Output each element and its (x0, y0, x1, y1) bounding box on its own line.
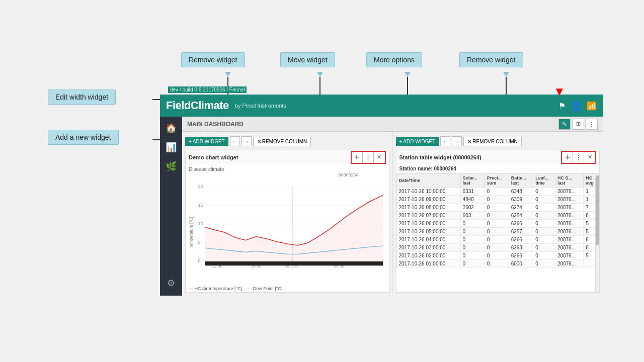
scrollbar-track (595, 175, 599, 292)
cell-4-4: 0 (533, 220, 555, 228)
left-column: + ADD WIDGET ← → ✕ REMOVE COLUMN Demo ch… (182, 132, 393, 296)
table-more-btn[interactable]: ⋮ (573, 152, 584, 163)
chart-widget-controls: ✛ ⋮ ✕ (351, 151, 386, 164)
remove-widget-left-arrow (225, 72, 231, 77)
chart-close-btn[interactable]: ✕ (374, 152, 385, 163)
left-nav-fwd[interactable]: → (242, 136, 252, 146)
topbar: FieldClimate by Pessl Instruments ⚑ 👤 📶 (160, 95, 603, 117)
cell-8-5: 20076... (555, 252, 584, 260)
edit-btn[interactable]: ✎ (558, 119, 571, 130)
cell-7-5: 20076... (555, 244, 584, 252)
cell-5-3: 6257 (509, 228, 533, 236)
chart-move-btn[interactable]: ✛ (352, 152, 363, 163)
table-row: 2017-10-26 06:00:00006266020076...5 (396, 220, 599, 228)
table-row: 2017-10-26 03:00:00006263020076...6 (396, 244, 599, 252)
flag-icon[interactable]: ⚑ (558, 101, 566, 111)
dash-header-controls: ✎ ⊞ ⋮ (558, 119, 598, 130)
cell-6-0: 2017-10-26 04:00:00 (396, 236, 460, 244)
table-row: 2017-10-26 05:00:00006257020076...5 (396, 228, 599, 236)
dev-build-label: dev / build 0.6.20170906 / Fennel (168, 86, 247, 93)
cell-1-1: 4840 (460, 196, 485, 204)
cell-7-3: 6263 (509, 244, 533, 252)
user-icon[interactable]: 👤 (571, 100, 582, 111)
cell-1-2: 0 (485, 196, 509, 204)
cell-7-2: 0 (485, 244, 509, 252)
cell-4-0: 2017-10-26 06:00:00 (396, 220, 460, 228)
table-row: 2017-10-26 02:00:00006266020076...5 (396, 252, 599, 260)
cell-6-4: 0 (533, 236, 555, 244)
svg-text:Temperature [°C]: Temperature [°C] (189, 217, 194, 248)
svg-text:20: 20 (198, 184, 203, 189)
remove-widget-right-arrow (503, 72, 509, 77)
right-remove-col-btn[interactable]: ✕ REMOVE COLUMN (463, 137, 521, 146)
red-arrow-indicator: ▼ (553, 84, 566, 99)
cell-3-3: 6254 (509, 212, 533, 220)
add-new-widget-tooltip: Add a new widget (48, 130, 119, 145)
cell-0-3: 6348 (509, 188, 533, 196)
left-col-toolbar: + ADD WIDGET ← → ✕ REMOVE COLUMN (185, 135, 389, 148)
th-preci: Preci...sum (485, 174, 509, 188)
cell-9-5: 20076... (555, 260, 584, 268)
sidebar-item-home[interactable]: 🏠 (163, 120, 180, 137)
cell-6-2: 0 (485, 236, 509, 244)
cell-9-4: 0 (533, 260, 555, 268)
cell-0-5: 20076... (555, 188, 584, 196)
table-widget-card: Station table widget (00000264) ✛ ⋮ ✕ St… (396, 150, 600, 293)
station-label: 00000264 (338, 172, 358, 177)
svg-rect-16 (205, 261, 383, 265)
cell-2-4: 0 (533, 204, 555, 212)
legend-blue: — Dew Point [°C] (247, 286, 282, 291)
move-widget-tooltip: Move widget (280, 52, 335, 67)
right-nav-fwd[interactable]: → (452, 136, 462, 146)
chart-legend: — HC Air temperature [°C] — Dew Point [°… (189, 286, 282, 291)
topbar-actions: ⚑ 👤 📶 (558, 100, 597, 111)
right-col-toolbar: + ADD WIDGET ← → ✕ REMOVE COLUMN (396, 135, 600, 148)
move-widget-arrow (317, 72, 323, 77)
layout-btn[interactable]: ⊞ (572, 119, 584, 130)
cell-1-0: 2017-10-26 09:00:00 (396, 196, 460, 204)
cell-6-5: 20076... (555, 236, 584, 244)
cell-3-5: 20076... (555, 212, 584, 220)
plus-icon-right: + (399, 139, 403, 144)
brand-sub: by Pessl Instruments (235, 103, 286, 109)
cell-2-0: 2017-10-26 08:00:00 (396, 204, 460, 212)
edit-width-widget-tooltip: Edit width widget (48, 89, 116, 105)
table-widget-body: Station name: 00000264 Date/Time Solar..… (396, 164, 600, 292)
right-add-widget-btn[interactable]: + ADD WIDGET (396, 137, 439, 146)
svg-text:0: 0 (198, 258, 201, 263)
chart-more-btn[interactable]: ⋮ (363, 152, 374, 163)
more-btn[interactable]: ⋮ (586, 119, 598, 130)
cell-7-0: 2017-10-26 03:00:00 (396, 244, 460, 252)
scrollbar-thumb[interactable] (596, 175, 599, 245)
station-name-label: Station name: 00000264 (396, 164, 600, 173)
cell-2-3: 6274 (509, 204, 533, 212)
right-nav-back[interactable]: ← (440, 136, 450, 146)
cell-0-1: 6331 (460, 188, 485, 196)
sidebar-item-leaf[interactable]: 🌿 (163, 158, 180, 175)
cell-8-0: 2017-10-26 02:00:00 (396, 252, 460, 260)
cell-8-2: 0 (485, 252, 509, 260)
table-scroll-area[interactable]: Date/Time Solar...last Preci...sum Batte… (396, 173, 600, 290)
table-move-btn[interactable]: ✛ (562, 152, 573, 163)
table-widget-header: Station table widget (00000264) ✛ ⋮ ✕ (396, 150, 600, 164)
cell-4-3: 6266 (509, 220, 533, 228)
cell-5-1: 0 (460, 228, 485, 236)
left-add-widget-btn[interactable]: + ADD WIDGET (185, 137, 228, 146)
sidebar-item-gear[interactable]: ⚙ (164, 275, 178, 292)
left-remove-col-btn[interactable]: ✕ REMOVE COLUMN (253, 137, 311, 146)
table-row: 2017-10-26 09:00:00484006309020076...1 (396, 196, 599, 204)
left-nav-back[interactable]: ← (230, 136, 240, 146)
cell-9-1: 0 (460, 260, 485, 268)
right-column: + ADD WIDGET ← → ✕ REMOVE COLUMN Station… (393, 132, 603, 296)
cell-5-2: 0 (485, 228, 509, 236)
cell-0-2: 0 (485, 188, 509, 196)
table-row: 2017-10-26 01:00:00006000020076... (396, 260, 599, 268)
cell-9-0: 2017-10-26 01:00:00 (396, 260, 460, 268)
cell-3-2: 0 (485, 212, 509, 220)
wifi-icon[interactable]: 📶 (587, 101, 597, 111)
table-close-btn[interactable]: ✕ (584, 152, 595, 163)
dashboard-title: MAIN DASHBOARD (187, 121, 558, 128)
more-options-arrow (405, 72, 411, 77)
chart-widget-header: Demo chart widget ✛ ⋮ ✕ (186, 150, 389, 164)
sidebar-item-chart[interactable]: 📊 (163, 139, 180, 156)
